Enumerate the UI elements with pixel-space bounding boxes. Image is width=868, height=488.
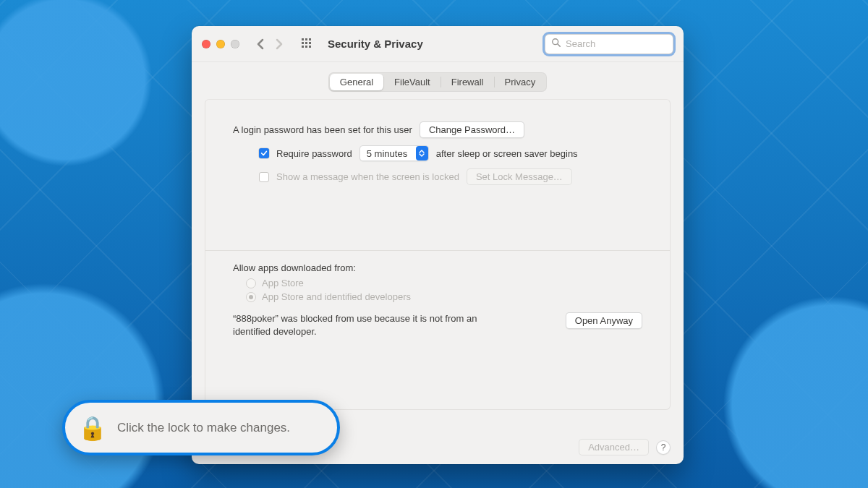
zoom-window-button[interactable]	[231, 40, 239, 48]
settings-panel: A login password has been set for this u…	[205, 99, 671, 410]
radio-icon	[246, 292, 256, 302]
svg-rect-0	[302, 38, 304, 40]
show-lock-message-checkbox[interactable]	[259, 172, 269, 182]
lock-message-row: Show a message when the screen is locked…	[259, 168, 642, 185]
change-password-button[interactable]: Change Password…	[420, 121, 524, 138]
require-password-label-pre: Require password	[276, 148, 352, 159]
radio-label: App Store	[262, 278, 304, 288]
lock-callout: 🔒 Click the lock to make changes.	[62, 400, 340, 455]
svg-rect-6	[302, 46, 304, 48]
tab-firewall[interactable]: Firewall	[441, 74, 494, 90]
radio-icon	[246, 278, 256, 288]
svg-rect-3	[302, 42, 304, 44]
segmented-tabs: General FileVault Firewall Privacy	[328, 72, 547, 92]
tab-filevault[interactable]: FileVault	[384, 74, 441, 90]
panel-divider	[205, 250, 670, 251]
tab-privacy[interactable]: Privacy	[495, 74, 546, 90]
tab-general[interactable]: General	[330, 74, 383, 90]
open-anyway-button[interactable]: Open Anyway	[566, 312, 642, 329]
help-button[interactable]: ?	[656, 440, 671, 455]
forward-button[interactable]	[271, 36, 287, 52]
svg-line-10	[558, 43, 561, 46]
login-password-text: A login password has been set for this u…	[233, 124, 412, 135]
nav-buttons	[252, 36, 287, 52]
svg-rect-5	[309, 42, 311, 44]
traffic-lights	[202, 40, 239, 48]
lock-icon[interactable]: 🔒	[78, 416, 107, 440]
system-preferences-window: Security & Privacy General FileVault Fir…	[192, 26, 684, 464]
password-delay-value: 5 minutes	[367, 148, 413, 159]
search-field[interactable]	[545, 34, 673, 54]
password-delay-select[interactable]: 5 minutes	[359, 145, 429, 161]
svg-rect-8	[309, 46, 311, 48]
window-title: Security & Privacy	[328, 38, 423, 50]
show-all-button[interactable]	[299, 35, 316, 53]
advanced-button[interactable]: Advanced…	[579, 439, 649, 455]
radio-app-store[interactable]: App Store	[246, 278, 642, 288]
svg-rect-1	[305, 38, 307, 40]
require-password-checkbox[interactable]	[259, 148, 269, 158]
require-password-label-post: after sleep or screen saver begins	[436, 148, 578, 159]
back-button[interactable]	[252, 36, 268, 52]
require-password-row: Require password 5 minutes after sleep o…	[259, 145, 642, 161]
radio-identified-developers[interactable]: App Store and identified developers	[246, 291, 642, 302]
login-password-row: A login password has been set for this u…	[233, 121, 642, 138]
radio-label: App Store and identified developers	[262, 291, 411, 302]
show-lock-message-label: Show a message when the screen is locked	[276, 171, 459, 182]
search-icon	[551, 38, 566, 51]
titlebar: Security & Privacy	[192, 26, 684, 62]
set-lock-message-button[interactable]: Set Lock Message…	[467, 168, 572, 185]
close-window-button[interactable]	[202, 40, 210, 48]
lock-callout-text: Click the lock to make changes.	[117, 421, 290, 435]
allow-apps-radiogroup: App Store App Store and identified devel…	[246, 278, 642, 302]
search-input[interactable]	[566, 38, 667, 49]
svg-rect-7	[305, 46, 307, 48]
svg-rect-2	[309, 38, 311, 40]
stepper-icon	[416, 146, 428, 160]
blocked-app-row: “888poker” was blocked from use because …	[233, 312, 642, 338]
blocked-app-text: “888poker” was blocked from use because …	[233, 312, 515, 338]
minimize-window-button[interactable]	[216, 40, 225, 48]
tab-row: General FileVault Firewall Privacy	[192, 62, 684, 99]
allow-apps-header: Allow apps downloaded from:	[233, 262, 642, 273]
svg-rect-4	[305, 42, 307, 44]
